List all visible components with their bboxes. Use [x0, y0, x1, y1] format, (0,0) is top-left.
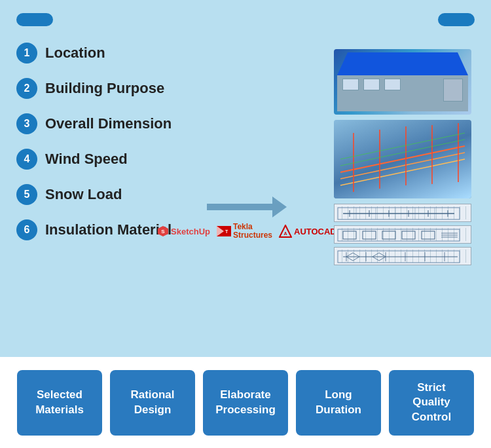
param-item-2: 2Building Purpose: [16, 78, 226, 99]
svg-line-15: [340, 133, 465, 159]
param-num-3: 3: [16, 113, 37, 134]
svg-rect-35: [422, 231, 435, 239]
svg-rect-34: [402, 231, 415, 239]
param-num-2: 2: [16, 78, 37, 99]
results-visuals: [334, 49, 478, 269]
param-label-2: Building Purpose: [45, 80, 164, 97]
svg-text:A: A: [283, 231, 287, 236]
tekla-text: TeklaStructures: [233, 223, 272, 240]
tekla-flag-icon: T: [217, 226, 231, 236]
svg-text:T: T: [225, 229, 228, 234]
svg-line-8: [340, 153, 465, 179]
param-label-4: Wind Speed: [45, 151, 128, 168]
bottom-card-5: StrictQualityControl: [389, 370, 474, 436]
bottom-card-3: ElaborateProcessing: [203, 370, 288, 436]
blueprint-svg-3: [336, 250, 461, 264]
autocad-text: AUTOCAD: [294, 227, 336, 236]
svg-line-16: [340, 140, 465, 166]
param-label-6: Insulation Material: [45, 221, 172, 238]
svg-line-9: [340, 159, 465, 185]
bottom-card-1: SelectedMaterials: [17, 370, 102, 436]
param-item-4: 4Wind Speed: [16, 149, 226, 170]
arrow-container: [207, 196, 287, 217]
software-logos: S SketchUp T TeklaStructures A AUTOC: [157, 223, 336, 240]
svg-line-7: [340, 146, 465, 172]
blueprint-strip-3: [334, 247, 471, 265]
main-area: 1Location2Building Purpose3Overall Dimen…: [0, 0, 491, 357]
param-item-1: 1Location: [16, 43, 226, 64]
building-3d-image: [334, 49, 471, 115]
blueprint-strip-1: [334, 204, 471, 222]
sketchup-logo: S SketchUp: [157, 225, 210, 237]
params-header: [16, 13, 53, 26]
arrow-shaft: [207, 204, 272, 210]
param-label-1: Location: [45, 45, 105, 62]
structural-3d-image: [334, 120, 471, 198]
bottom-card-2: RationalDesign: [110, 370, 195, 436]
autocad-logo: A AUTOCAD: [279, 225, 336, 238]
struct-svg: [334, 120, 471, 198]
param-label-3: Overall Dimension: [45, 115, 172, 132]
svg-text:S: S: [161, 229, 165, 234]
arrow-head: [272, 196, 287, 217]
blueprint-strip-2: [334, 225, 471, 244]
param-label-5: Snow Load: [45, 186, 122, 203]
bottom-bar: SelectedMaterialsRationalDesignElaborate…: [0, 357, 491, 448]
param-num-6: 6: [16, 219, 37, 240]
autocad-icon: A: [279, 225, 292, 238]
param-num-5: 5: [16, 184, 37, 205]
blueprint-area: [334, 204, 471, 265]
sketchup-text: SketchUp: [171, 227, 210, 236]
blueprint-svg-1: [336, 206, 461, 221]
arrow-software-area: S SketchUp T TeklaStructures A AUTOC: [157, 196, 336, 240]
param-num-1: 1: [16, 43, 37, 64]
param-item-3: 3Overall Dimension: [16, 113, 226, 134]
sketchup-icon: S: [157, 225, 169, 237]
header-row: [16, 13, 475, 26]
svg-rect-32: [363, 231, 376, 239]
bottom-card-4: LongDuration: [296, 370, 381, 436]
blueprint-svg-2: [336, 228, 461, 242]
svg-rect-31: [343, 231, 356, 239]
results-header: [438, 13, 475, 26]
tekla-logo: T TeklaStructures: [217, 223, 272, 240]
param-num-4: 4: [16, 149, 37, 170]
svg-rect-33: [382, 231, 395, 239]
